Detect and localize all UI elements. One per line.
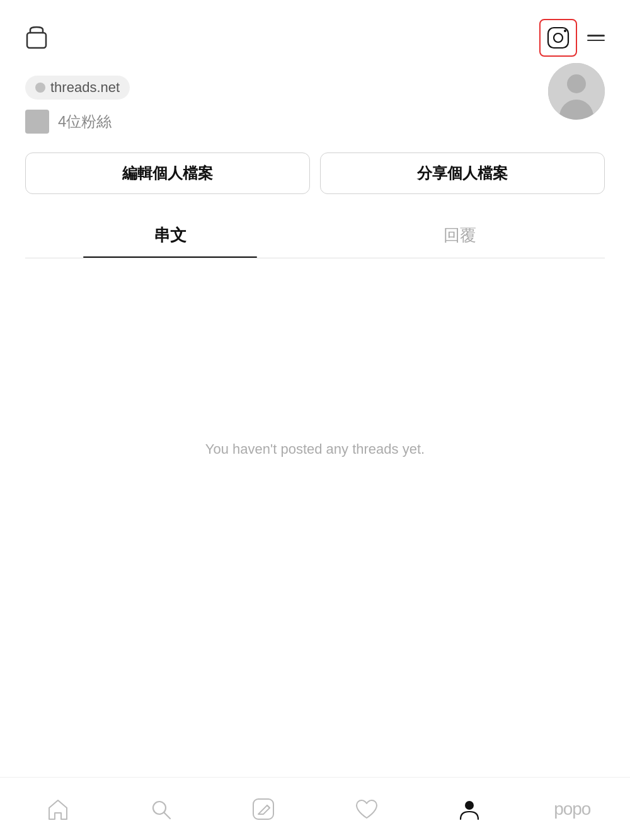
svg-point-2 <box>554 33 563 42</box>
empty-state: You haven't posted any threads yet. <box>0 441 630 457</box>
tabs: 串文 回覆 <box>25 213 605 258</box>
followers-count: 4位粉絲 <box>58 112 112 132</box>
instagram-button[interactable] <box>539 19 577 57</box>
tab-replies[interactable]: 回覆 <box>315 213 605 258</box>
followers-row: 4位粉絲 <box>25 110 605 134</box>
nav-profile[interactable] <box>444 790 495 828</box>
top-bar <box>0 0 630 63</box>
nav-home[interactable] <box>33 790 83 828</box>
svg-point-7 <box>465 801 474 810</box>
action-buttons: 編輯個人檔案 分享個人檔案 <box>25 152 605 194</box>
threads-dot <box>35 83 45 93</box>
nav-heart[interactable] <box>341 790 392 828</box>
svg-line-5 <box>164 812 170 819</box>
top-right-actions <box>539 19 605 57</box>
username-label: popo <box>554 799 590 819</box>
svg-point-3 <box>564 30 566 32</box>
nav-search[interactable] <box>135 790 186 828</box>
avatar <box>548 63 605 120</box>
follower-avatar-small <box>25 110 49 134</box>
threads-net-text: threads.net <box>50 79 120 96</box>
nav-compose[interactable] <box>238 790 289 828</box>
edit-profile-button[interactable]: 編輯個人檔案 <box>25 152 310 194</box>
menu-button[interactable] <box>587 35 605 41</box>
empty-message: You haven't posted any threads yet. <box>205 441 425 457</box>
lock-icon <box>25 21 48 55</box>
svg-rect-0 <box>27 33 46 48</box>
profile-section: threads.net 4位粉絲 編輯個人檔案 分享個人檔案 串文 回覆 <box>0 63 630 258</box>
bottom-nav: popo <box>0 777 630 840</box>
tab-threads[interactable]: 串文 <box>25 213 315 258</box>
share-profile-button[interactable]: 分享個人檔案 <box>320 152 605 194</box>
nav-username[interactable]: popo <box>547 790 597 828</box>
threads-badge: threads.net <box>25 76 130 100</box>
